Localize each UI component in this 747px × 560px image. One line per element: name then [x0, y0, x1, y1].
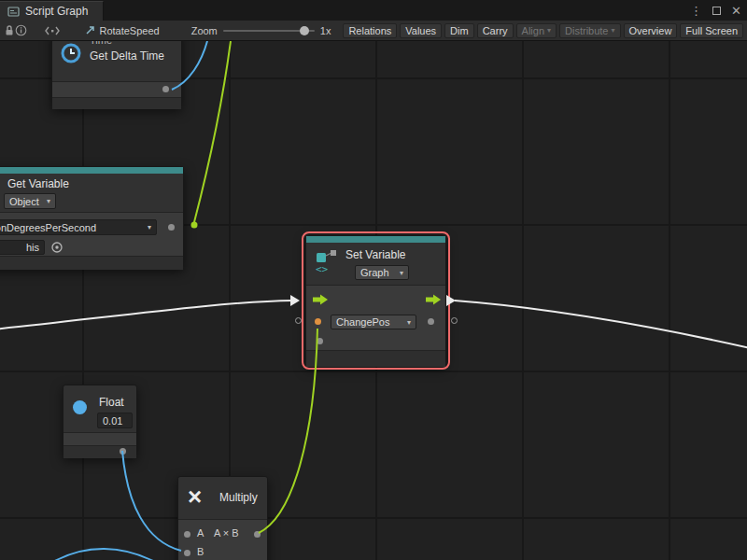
node-title: Multiply: [219, 491, 258, 504]
node-title: Get Delta Time: [90, 49, 164, 63]
unconnected-port-right[interactable]: [451, 317, 458, 324]
node-footer: [0, 256, 183, 270]
input-port-b[interactable]: [184, 550, 190, 556]
variable-kind-dropdown[interactable]: Graph ▾: [355, 265, 409, 280]
script-graph-icon: [7, 6, 20, 18]
zoom-control: Zoom 1x: [191, 25, 331, 36]
target-object-field[interactable]: his: [0, 240, 45, 255]
variable-kind-dropdown[interactable]: Object ▾: [4, 193, 56, 209]
zoom-slider[interactable]: [223, 30, 315, 32]
zoom-label: Zoom: [191, 25, 218, 36]
wire-endpoint-dot: [191, 222, 198, 229]
object-picker-icon[interactable]: [50, 241, 63, 254]
toolbar-buttons: Relations Values Dim Carry Align▾ Distri…: [340, 23, 743, 38]
input-label-b: B: [197, 546, 204, 557]
value-wire-blue-mid: [122, 451, 181, 551]
chevron-down-icon: ▾: [43, 197, 50, 205]
graph-toolbar: RotateSpeed Zoom 1x Relations Values Dim…: [0, 21, 747, 41]
node-get-variable[interactable]: Get Variable Object ▾ otationDegreesPerS…: [0, 166, 184, 269]
close-icon[interactable]: ✕: [731, 4, 741, 18]
graph-reference[interactable]: RotateSpeed: [85, 25, 159, 36]
distribute-button: Distribute▾: [559, 23, 620, 38]
flow-input-port[interactable]: [312, 294, 329, 305]
node-float-literal[interactable]: Float 0.01: [63, 385, 137, 457]
node-accent-stripe: [306, 236, 445, 243]
input-label-a: A: [197, 527, 204, 539]
node-body: [178, 519, 267, 560]
carry-button[interactable]: Carry: [477, 23, 514, 38]
relations-button[interactable]: Relations: [343, 23, 397, 38]
float-type-icon: [73, 400, 87, 414]
clock-icon: [60, 42, 82, 64]
output-label: A × B: [214, 527, 239, 539]
tab-title: Script Graph: [25, 5, 88, 18]
output-port[interactable]: [120, 448, 126, 455]
info-icon[interactable]: [15, 22, 27, 39]
align-button: Align▾: [516, 23, 557, 38]
node-set-variable[interactable]: <> Set Variable Graph ▾ ChangePos ▾: [305, 235, 446, 366]
output-port[interactable]: [254, 531, 261, 538]
overview-button[interactable]: Overview: [624, 23, 678, 38]
wire-arrowhead: [446, 295, 456, 306]
chevron-down-icon: ▾: [403, 318, 411, 327]
variable-name-dropdown[interactable]: otationDegreesPerSecond ▾: [0, 219, 157, 235]
value-input-port[interactable]: [315, 318, 321, 325]
unity-script-graph-window: Script Graph ⋮ ✕: [0, 0, 747, 560]
node-footer: [306, 350, 445, 367]
values-button[interactable]: Values: [400, 23, 442, 38]
svg-text:<>: <>: [316, 263, 329, 275]
tab-script-graph[interactable]: Script Graph: [0, 1, 104, 21]
chevron-down-icon: ▾: [547, 26, 551, 35]
code-graph-icon[interactable]: [44, 22, 61, 39]
float-value-input[interactable]: 0.01: [97, 413, 133, 428]
kebab-menu-icon[interactable]: ⋮: [690, 4, 702, 18]
input-port-a[interactable]: [184, 531, 190, 538]
node-title: Get Variable: [7, 177, 69, 190]
tab-bar: Script Graph ⋮ ✕: [0, 0, 747, 21]
flow-output-port[interactable]: [425, 294, 442, 305]
graph-canvas[interactable]: Time Get Delta Time Get Variable Object …: [0, 41, 747, 560]
dim-button[interactable]: Dim: [444, 23, 474, 38]
lock-icon[interactable]: [4, 22, 15, 39]
chevron-down-icon: ▾: [396, 269, 403, 277]
maximize-icon[interactable]: [712, 7, 721, 15]
multiply-icon: ×: [188, 484, 202, 509]
value-wire-blue-corner: [51, 549, 157, 560]
value-wire-green-top: [194, 41, 231, 222]
fullscreen-button[interactable]: Full Screen: [680, 23, 743, 38]
target-input-port[interactable]: [317, 338, 323, 344]
control-wire-in: [0, 301, 292, 329]
node-body: [63, 432, 136, 445]
set-variable-icon: <>: [314, 247, 340, 275]
graph-name-label: RotateSpeed: [99, 25, 159, 36]
output-port[interactable]: [168, 224, 175, 231]
node-category-label: Time: [90, 41, 112, 46]
node-title: Float: [99, 396, 124, 409]
value-output-port[interactable]: [428, 318, 434, 325]
wire-arrowhead: [290, 295, 300, 306]
node-get-delta-time[interactable]: Time Get Delta Time: [51, 41, 182, 108]
graph-asset-icon: [85, 25, 95, 35]
output-port[interactable]: [162, 86, 169, 92]
node-footer: [52, 97, 181, 109]
variable-name-dropdown[interactable]: ChangePos ▾: [331, 315, 416, 329]
zoom-slider-handle[interactable]: [300, 26, 309, 35]
chevron-down-icon: ▾: [612, 26, 615, 35]
node-accent-stripe: [0, 167, 183, 174]
control-wire-out: [455, 301, 747, 349]
unconnected-port-left[interactable]: [295, 317, 302, 324]
zoom-value: 1x: [320, 25, 331, 36]
window-controls: ⋮ ✕: [690, 0, 741, 21]
chevron-down-icon: ▾: [144, 223, 151, 231]
node-multiply[interactable]: × Multiply A A × B B: [177, 476, 268, 560]
node-title: Set Variable: [345, 248, 405, 261]
